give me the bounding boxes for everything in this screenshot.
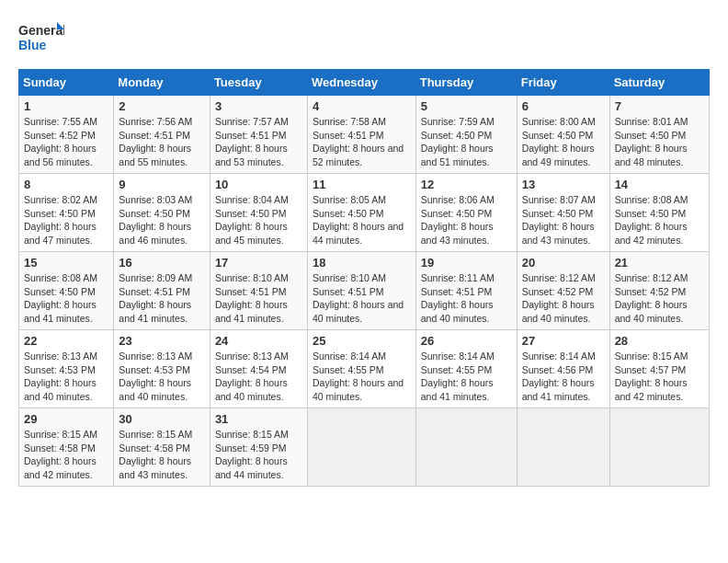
day-number: 8	[24, 178, 108, 191]
day-cell: 25 Sunrise: 8:14 AMSunset: 4:55 PMDaylig…	[307, 330, 415, 408]
day-number: 10	[215, 178, 302, 191]
day-number: 31	[215, 412, 302, 426]
day-number: 20	[522, 256, 605, 270]
day-number: 15	[24, 256, 108, 270]
day-detail: Sunrise: 8:04 AMSunset: 4:50 PMDaylight:…	[215, 194, 289, 246]
day-detail: Sunrise: 8:14 AMSunset: 4:55 PMDaylight:…	[421, 350, 495, 402]
day-cell	[415, 408, 517, 487]
day-cell: 13 Sunrise: 8:07 AMSunset: 4:50 PMDaylig…	[517, 174, 609, 252]
day-number: 5	[421, 99, 512, 113]
day-detail: Sunrise: 7:56 AMSunset: 4:51 PMDaylight:…	[119, 116, 192, 167]
day-number: 12	[421, 178, 512, 191]
day-number: 18	[313, 256, 411, 270]
day-cell: 28 Sunrise: 8:15 AMSunset: 4:57 PMDaylig…	[609, 330, 709, 408]
day-number: 28	[615, 334, 704, 348]
day-detail: Sunrise: 8:14 AMSunset: 4:56 PMDaylight:…	[522, 350, 596, 402]
day-cell: 15 Sunrise: 8:08 AMSunset: 4:50 PMDaylig…	[19, 252, 114, 330]
header-row: SundayMondayTuesdayWednesdayThursdayFrid…	[19, 70, 710, 96]
day-detail: Sunrise: 7:55 AMSunset: 4:52 PMDaylight:…	[24, 116, 97, 167]
day-number: 25	[313, 334, 411, 348]
col-header-friday: Friday	[517, 70, 609, 96]
day-cell: 31 Sunrise: 8:15 AMSunset: 4:59 PMDaylig…	[210, 408, 307, 487]
logo-svg: General Blue	[18, 18, 64, 60]
day-detail: Sunrise: 8:07 AMSunset: 4:50 PMDaylight:…	[522, 194, 596, 246]
day-detail: Sunrise: 7:59 AMSunset: 4:50 PMDaylight:…	[421, 116, 495, 167]
day-detail: Sunrise: 8:08 AMSunset: 4:50 PMDaylight:…	[615, 194, 688, 246]
day-detail: Sunrise: 8:02 AMSunset: 4:50 PMDaylight:…	[24, 194, 97, 246]
day-detail: Sunrise: 8:13 AMSunset: 4:53 PMDaylight:…	[119, 350, 192, 402]
day-detail: Sunrise: 8:06 AMSunset: 4:50 PMDaylight:…	[421, 194, 495, 246]
day-cell: 19 Sunrise: 8:11 AMSunset: 4:51 PMDaylig…	[415, 252, 517, 330]
day-number: 1	[24, 99, 108, 113]
day-cell: 1 Sunrise: 7:55 AMSunset: 4:52 PMDayligh…	[19, 96, 114, 174]
day-detail: Sunrise: 8:05 AMSunset: 4:50 PMDaylight:…	[313, 194, 404, 246]
day-cell: 17 Sunrise: 8:10 AMSunset: 4:51 PMDaylig…	[210, 252, 307, 330]
day-cell: 24 Sunrise: 8:13 AMSunset: 4:54 PMDaylig…	[210, 330, 307, 408]
day-number: 14	[615, 178, 704, 191]
day-cell: 10 Sunrise: 8:04 AMSunset: 4:50 PMDaylig…	[210, 174, 307, 252]
day-number: 23	[119, 334, 205, 348]
day-detail: Sunrise: 8:10 AMSunset: 4:51 PMDaylight:…	[313, 272, 404, 324]
day-number: 17	[215, 256, 302, 270]
day-detail: Sunrise: 8:03 AMSunset: 4:50 PMDaylight:…	[119, 194, 192, 246]
col-header-thursday: Thursday	[415, 70, 517, 96]
day-number: 30	[119, 412, 205, 426]
day-number: 2	[119, 99, 205, 113]
day-detail: Sunrise: 8:15 AMSunset: 4:58 PMDaylight:…	[119, 429, 192, 480]
day-detail: Sunrise: 7:58 AMSunset: 4:51 PMDaylight:…	[313, 116, 404, 167]
day-cell: 23 Sunrise: 8:13 AMSunset: 4:53 PMDaylig…	[114, 330, 210, 408]
day-number: 13	[522, 178, 605, 191]
day-number: 22	[24, 334, 108, 348]
day-cell: 18 Sunrise: 8:10 AMSunset: 4:51 PMDaylig…	[307, 252, 415, 330]
day-cell: 11 Sunrise: 8:05 AMSunset: 4:50 PMDaylig…	[307, 174, 415, 252]
week-row-2: 8 Sunrise: 8:02 AMSunset: 4:50 PMDayligh…	[19, 174, 710, 252]
day-cell: 2 Sunrise: 7:56 AMSunset: 4:51 PMDayligh…	[114, 96, 210, 174]
day-detail: Sunrise: 8:14 AMSunset: 4:55 PMDaylight:…	[313, 350, 404, 402]
day-detail: Sunrise: 8:13 AMSunset: 4:53 PMDaylight:…	[24, 350, 97, 402]
day-cell: 27 Sunrise: 8:14 AMSunset: 4:56 PMDaylig…	[517, 330, 609, 408]
day-cell: 26 Sunrise: 8:14 AMSunset: 4:55 PMDaylig…	[415, 330, 517, 408]
day-number: 27	[522, 334, 605, 348]
col-header-sunday: Sunday	[19, 70, 114, 96]
day-detail: Sunrise: 8:10 AMSunset: 4:51 PMDaylight:…	[215, 272, 289, 324]
day-cell	[609, 408, 709, 487]
day-number: 24	[215, 334, 302, 348]
col-header-tuesday: Tuesday	[210, 70, 307, 96]
day-cell: 3 Sunrise: 7:57 AMSunset: 4:51 PMDayligh…	[210, 96, 307, 174]
day-detail: Sunrise: 8:08 AMSunset: 4:50 PMDaylight:…	[24, 272, 97, 324]
day-detail: Sunrise: 8:01 AMSunset: 4:50 PMDaylight:…	[615, 116, 688, 167]
day-detail: Sunrise: 8:15 AMSunset: 4:59 PMDaylight:…	[215, 429, 289, 480]
day-number: 29	[24, 412, 108, 426]
day-detail: Sunrise: 8:00 AMSunset: 4:50 PMDaylight:…	[522, 116, 596, 167]
day-number: 6	[522, 99, 605, 113]
day-cell: 12 Sunrise: 8:06 AMSunset: 4:50 PMDaylig…	[415, 174, 517, 252]
col-header-saturday: Saturday	[609, 70, 709, 96]
day-detail: Sunrise: 8:15 AMSunset: 4:58 PMDaylight:…	[24, 429, 97, 480]
col-header-wednesday: Wednesday	[307, 70, 415, 96]
day-detail: Sunrise: 8:15 AMSunset: 4:57 PMDaylight:…	[615, 350, 688, 402]
day-cell: 14 Sunrise: 8:08 AMSunset: 4:50 PMDaylig…	[609, 174, 709, 252]
day-number: 9	[119, 178, 205, 191]
day-cell	[307, 408, 415, 487]
week-row-5: 29 Sunrise: 8:15 AMSunset: 4:58 PMDaylig…	[19, 408, 710, 487]
day-cell: 7 Sunrise: 8:01 AMSunset: 4:50 PMDayligh…	[609, 96, 709, 174]
calendar-table: SundayMondayTuesdayWednesdayThursdayFrid…	[18, 69, 710, 487]
day-cell	[517, 408, 609, 487]
day-cell: 6 Sunrise: 8:00 AMSunset: 4:50 PMDayligh…	[517, 96, 609, 174]
day-detail: Sunrise: 8:12 AMSunset: 4:52 PMDaylight:…	[522, 272, 596, 324]
day-detail: Sunrise: 8:11 AMSunset: 4:51 PMDaylight:…	[421, 272, 495, 324]
day-cell: 20 Sunrise: 8:12 AMSunset: 4:52 PMDaylig…	[517, 252, 609, 330]
day-cell: 30 Sunrise: 8:15 AMSunset: 4:58 PMDaylig…	[114, 408, 210, 487]
day-cell: 4 Sunrise: 7:58 AMSunset: 4:51 PMDayligh…	[307, 96, 415, 174]
day-number: 4	[313, 99, 411, 113]
week-row-1: 1 Sunrise: 7:55 AMSunset: 4:52 PMDayligh…	[19, 96, 710, 174]
day-number: 3	[215, 99, 302, 113]
day-cell: 29 Sunrise: 8:15 AMSunset: 4:58 PMDaylig…	[19, 408, 114, 487]
col-header-monday: Monday	[114, 70, 210, 96]
day-cell: 21 Sunrise: 8:12 AMSunset: 4:52 PMDaylig…	[609, 252, 709, 330]
day-number: 11	[313, 178, 411, 191]
day-number: 21	[615, 256, 704, 270]
logo: General Blue	[18, 18, 64, 60]
day-cell: 16 Sunrise: 8:09 AMSunset: 4:51 PMDaylig…	[114, 252, 210, 330]
day-detail: Sunrise: 8:12 AMSunset: 4:52 PMDaylight:…	[615, 272, 688, 324]
